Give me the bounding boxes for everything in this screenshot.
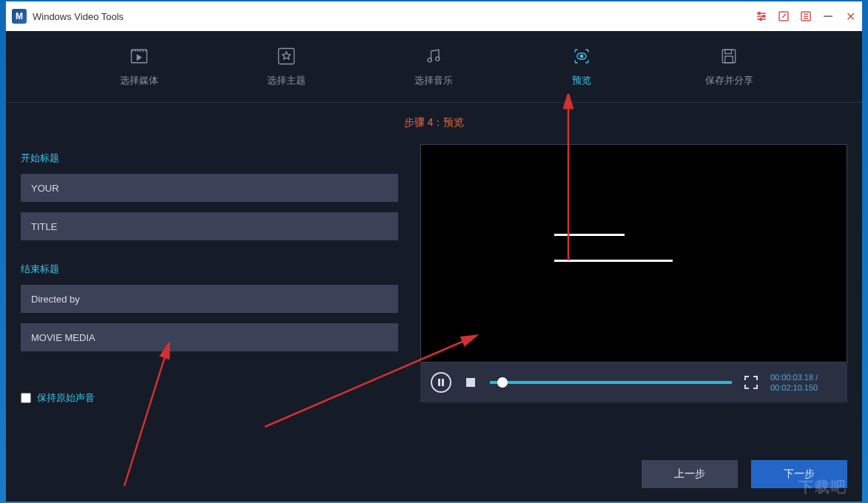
keep-audio-checkbox[interactable]: 保持原始声音 [21, 391, 398, 405]
star-icon [276, 46, 297, 67]
svg-rect-13 [725, 56, 733, 63]
save-icon [719, 46, 739, 67]
fullscreen-icon [744, 375, 758, 390]
start-title-input-1[interactable] [21, 174, 398, 202]
svg-point-1 [763, 16, 765, 18]
start-title-input-2[interactable] [21, 212, 398, 240]
svg-rect-14 [438, 379, 440, 386]
pause-icon [437, 379, 445, 386]
end-title-input-2[interactable] [21, 323, 398, 351]
nav-label: 保存并分享 [705, 74, 753, 87]
nav-label: 选择主题 [267, 74, 306, 87]
keep-audio-label: 保持原始声音 [37, 391, 95, 405]
watermark: 下载吧 [798, 477, 847, 497]
right-panel: 00:00:03.18 / 00:02:10.150 [420, 137, 847, 448]
time-display: 00:00:03.18 / 00:02:10.150 [770, 372, 837, 394]
svg-point-2 [760, 18, 762, 21]
list-icon[interactable] [800, 10, 812, 22]
svg-point-10 [580, 55, 583, 58]
pause-button[interactable] [431, 372, 451, 393]
nav-preview[interactable]: 预览 [537, 46, 626, 87]
left-panel: 开始标题 结束标题 保持原始声音 [21, 137, 398, 448]
nav-select-theme[interactable]: 选择主题 [242, 46, 331, 87]
end-title-input-1[interactable] [21, 285, 398, 313]
progress-slider[interactable] [490, 381, 732, 384]
step-nav: 选择媒体 选择主题 选择音乐 预览 保存并分享 [6, 31, 862, 103]
svg-rect-12 [725, 50, 732, 53]
fullscreen-button[interactable] [741, 372, 761, 393]
app-logo-icon: M [12, 9, 27, 24]
nav-label: 预览 [572, 74, 591, 87]
svg-rect-16 [466, 378, 475, 387]
start-title-label: 开始标题 [21, 152, 398, 165]
progress-thumb[interactable] [497, 377, 508, 388]
video-preview[interactable] [420, 144, 847, 362]
edit-icon[interactable] [778, 10, 790, 22]
title-bar: M Windows Video Tools ✕ [6, 1, 862, 31]
stop-button[interactable] [460, 372, 481, 393]
close-button[interactable]: ✕ [844, 10, 856, 22]
nav-select-music[interactable]: 选择音乐 [389, 46, 478, 87]
nav-save-share[interactable]: 保存并分享 [684, 46, 773, 87]
end-title-label: 结束标题 [21, 263, 398, 276]
keep-audio-input[interactable] [21, 393, 31, 403]
app-title: Windows Video Tools [33, 11, 124, 22]
nav-select-media[interactable]: 选择媒体 [95, 46, 184, 87]
eye-scan-icon [571, 46, 592, 67]
music-icon [423, 46, 444, 67]
nav-label: 选择媒体 [120, 74, 158, 87]
svg-point-0 [758, 13, 761, 15]
prev-step-button[interactable]: 上一步 [642, 460, 738, 488]
step-hint: 步骤 4：预览 [6, 103, 862, 137]
nav-label: 选择音乐 [414, 74, 453, 87]
film-icon [129, 46, 149, 67]
minimize-button[interactable] [822, 10, 834, 22]
settings-sliders-icon[interactable] [756, 10, 767, 22]
preview-text-line-2 [554, 260, 673, 262]
preview-text-line-1 [554, 234, 625, 236]
player-controls: 00:00:03.18 / 00:02:10.150 [420, 362, 847, 402]
stop-icon [465, 377, 476, 388]
svg-rect-15 [442, 379, 444, 386]
